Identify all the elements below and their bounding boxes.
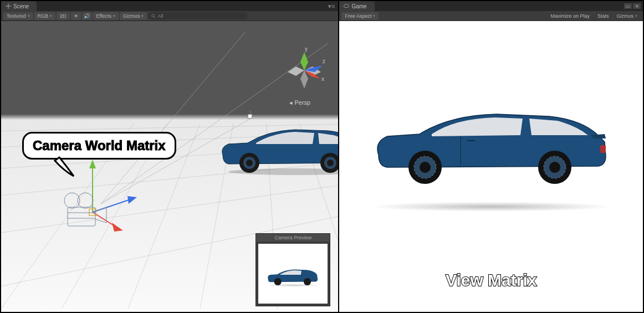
svg-marker-44 (300, 70, 308, 89)
window-close-button[interactable]: ✕ (633, 3, 641, 9)
game-viewport[interactable]: View Matrix (339, 21, 643, 312)
svg-point-26 (327, 160, 334, 166)
annotation-bubble: Camera World Matrix (22, 132, 176, 160)
search-icon (151, 14, 156, 18)
scene-panel: Scene ▾≡ Textured▾ RGB▾ 2D ☀ 🔊 Effects▾ … (1, 1, 339, 312)
svg-rect-34 (68, 207, 95, 226)
annotation-label: View Matrix (446, 271, 537, 290)
svg-marker-41 (300, 52, 308, 70)
camera-preview-viewport (258, 244, 328, 304)
svg-marker-28 (89, 160, 96, 168)
svg-point-45 (274, 278, 282, 285)
scene-icon (6, 3, 11, 9)
scene-tab-label: Scene (13, 3, 29, 9)
effects-dropdown[interactable]: Effects▾ (93, 12, 119, 20)
search-placeholder: All (157, 13, 163, 19)
axis-y-label: y (305, 46, 308, 52)
toggle-2d[interactable]: 2D (57, 12, 70, 20)
camera-preview-panel: Camera Preview (255, 233, 330, 306)
shading-dropdown[interactable]: Textured▾ (3, 12, 33, 20)
scene-viewport[interactable]: Camera World Matrix y z x ◂ Persp (1, 21, 338, 312)
aspect-dropdown[interactable]: Free Aspect▾ (341, 12, 379, 20)
svg-rect-49 (600, 145, 606, 153)
panel-menu-button[interactable]: ▾≡ (325, 3, 338, 10)
scene-tab[interactable]: Scene (1, 1, 37, 11)
car-model-preview (266, 266, 319, 287)
svg-point-56 (549, 162, 560, 173)
projection-label[interactable]: ◂ Persp (289, 99, 310, 106)
svg-marker-39 (288, 66, 304, 76)
camera-gizmo-icon[interactable] (51, 185, 112, 235)
svg-point-52 (420, 162, 431, 173)
car-model-game (372, 102, 610, 185)
window-controls: ▭ ✕ (624, 3, 643, 9)
svg-point-46 (304, 278, 311, 285)
orientation-gizmo[interactable]: y z x ◂ Persp (279, 45, 329, 106)
svg-marker-32 (112, 223, 123, 232)
svg-point-2 (152, 14, 155, 17)
game-tab-label: Game (351, 3, 366, 9)
game-tab[interactable]: Game (339, 1, 374, 11)
game-icon (344, 3, 349, 9)
stats-toggle[interactable]: Stats (594, 12, 612, 20)
axis-x-label: x (321, 76, 324, 82)
maximize-on-play-toggle[interactable]: Maximize on Play (547, 12, 593, 20)
frustum-handle[interactable] (248, 114, 252, 119)
gizmos-dropdown[interactable]: Gizmos▾ (120, 12, 147, 20)
hierarchy-search[interactable]: All (148, 12, 248, 19)
car-model-scene[interactable] (217, 121, 338, 176)
svg-marker-30 (127, 196, 137, 204)
scene-toolbar: Textured▾ RGB▾ 2D ☀ 🔊 Effects▾ Gizmos▾ A… (1, 11, 338, 21)
rendermode-dropdown[interactable]: RGB▾ (34, 12, 56, 20)
game-toolbar: Free Aspect▾ Maximize on Play Stats Gizm… (339, 11, 643, 21)
camera-preview-title: Camera Preview (256, 234, 330, 242)
bubble-tail (54, 156, 76, 178)
svg-line-3 (155, 17, 156, 18)
scene-tab-row: Scene ▾≡ (1, 1, 338, 11)
game-gizmos-dropdown[interactable]: Gizmos▾ (613, 12, 641, 20)
axis-z-label: z (323, 58, 325, 64)
game-panel: Game ▭ ✕ Free Aspect▾ Maximize on Play S… (339, 1, 643, 312)
window-minimize-button[interactable]: ▭ (624, 3, 632, 9)
game-tab-row: Game ▭ ✕ (339, 1, 643, 11)
car-shadow (369, 202, 613, 212)
lighting-toggle-icon[interactable]: ☀ (71, 12, 81, 20)
svg-point-23 (246, 160, 253, 166)
audio-toggle-icon[interactable]: 🔊 (82, 12, 92, 20)
